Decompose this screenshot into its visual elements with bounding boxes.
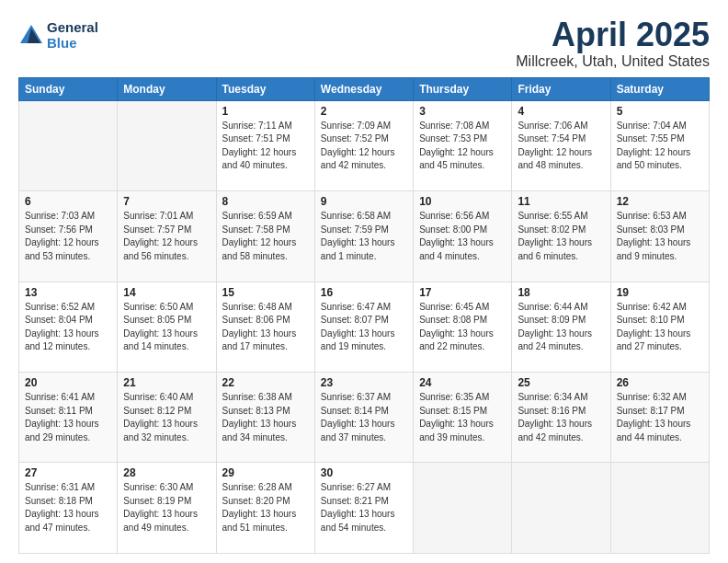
calendar-table: Sunday Monday Tuesday Wednesday Thursday… xyxy=(18,77,710,554)
calendar-cell: 23Sunrise: 6:37 AMSunset: 8:14 PMDayligh… xyxy=(314,373,413,463)
day-info: Sunrise: 6:28 AMSunset: 8:20 PMDaylight:… xyxy=(222,481,309,534)
day-number: 11 xyxy=(518,195,604,208)
logo: General Blue xyxy=(18,20,98,51)
day-info: Sunrise: 6:37 AMSunset: 8:14 PMDaylight:… xyxy=(321,391,407,444)
calendar-cell: 19Sunrise: 6:42 AMSunset: 8:10 PMDayligh… xyxy=(610,282,709,372)
calendar-cell: 21Sunrise: 6:40 AMSunset: 8:12 PMDayligh… xyxy=(118,373,216,463)
day-number: 29 xyxy=(222,466,309,479)
calendar-cell: 18Sunrise: 6:44 AMSunset: 8:09 PMDayligh… xyxy=(512,282,610,372)
col-thursday: Thursday xyxy=(414,77,512,100)
col-wednesday: Wednesday xyxy=(314,77,413,100)
calendar-cell xyxy=(610,463,709,554)
day-number: 8 xyxy=(222,195,309,208)
calendar-week-5: 27Sunrise: 6:31 AMSunset: 8:18 PMDayligh… xyxy=(19,463,710,554)
calendar-cell: 14Sunrise: 6:50 AMSunset: 8:05 PMDayligh… xyxy=(118,282,216,372)
day-info: Sunrise: 6:56 AMSunset: 8:00 PMDaylight:… xyxy=(419,210,506,263)
calendar-week-1: 1Sunrise: 7:11 AMSunset: 7:51 PMDaylight… xyxy=(19,100,710,190)
day-number: 20 xyxy=(25,376,111,389)
col-friday: Friday xyxy=(512,77,610,100)
day-number: 27 xyxy=(25,466,111,479)
day-info: Sunrise: 6:50 AMSunset: 8:05 PMDaylight:… xyxy=(123,301,210,354)
day-info: Sunrise: 7:08 AMSunset: 7:53 PMDaylight:… xyxy=(419,120,506,173)
calendar-cell: 15Sunrise: 6:48 AMSunset: 8:06 PMDayligh… xyxy=(216,282,314,372)
calendar-cell: 9Sunrise: 6:58 AMSunset: 7:59 PMDaylight… xyxy=(314,191,413,282)
day-number: 1 xyxy=(222,105,309,118)
day-info: Sunrise: 7:06 AMSunset: 7:54 PMDaylight:… xyxy=(518,120,604,173)
calendar-week-2: 6Sunrise: 7:03 AMSunset: 7:56 PMDaylight… xyxy=(19,191,710,282)
day-info: Sunrise: 6:31 AMSunset: 8:18 PMDaylight:… xyxy=(25,481,111,534)
day-info: Sunrise: 7:01 AMSunset: 7:57 PMDaylight:… xyxy=(123,210,210,263)
day-number: 26 xyxy=(617,376,703,389)
calendar-cell xyxy=(19,100,118,190)
day-number: 22 xyxy=(222,376,309,389)
day-info: Sunrise: 6:35 AMSunset: 8:15 PMDaylight:… xyxy=(419,391,506,444)
calendar-cell: 5Sunrise: 7:04 AMSunset: 7:55 PMDaylight… xyxy=(610,100,709,190)
calendar-cell: 4Sunrise: 7:06 AMSunset: 7:54 PMDaylight… xyxy=(512,100,610,190)
col-sunday: Sunday xyxy=(19,77,118,100)
day-info: Sunrise: 6:59 AMSunset: 7:58 PMDaylight:… xyxy=(222,210,309,263)
calendar-cell: 30Sunrise: 6:27 AMSunset: 8:21 PMDayligh… xyxy=(314,463,413,554)
day-info: Sunrise: 6:38 AMSunset: 8:13 PMDaylight:… xyxy=(222,391,309,444)
day-number: 30 xyxy=(321,466,407,479)
calendar-cell: 10Sunrise: 6:56 AMSunset: 8:00 PMDayligh… xyxy=(414,191,512,282)
day-info: Sunrise: 6:34 AMSunset: 8:16 PMDaylight:… xyxy=(518,391,604,444)
day-info: Sunrise: 6:45 AMSunset: 8:08 PMDaylight:… xyxy=(419,301,506,354)
calendar-cell: 20Sunrise: 6:41 AMSunset: 8:11 PMDayligh… xyxy=(19,373,118,463)
day-info: Sunrise: 6:41 AMSunset: 8:11 PMDaylight:… xyxy=(25,391,111,444)
calendar-cell: 11Sunrise: 6:55 AMSunset: 8:02 PMDayligh… xyxy=(512,191,610,282)
title-block: April 2025 Millcreek, Utah, United State… xyxy=(516,17,710,70)
header-row: Sunday Monday Tuesday Wednesday Thursday… xyxy=(19,77,710,100)
calendar-cell xyxy=(118,100,216,190)
day-info: Sunrise: 6:53 AMSunset: 8:03 PMDaylight:… xyxy=(617,210,703,263)
day-info: Sunrise: 7:03 AMSunset: 7:56 PMDaylight:… xyxy=(25,210,111,263)
day-info: Sunrise: 7:11 AMSunset: 7:51 PMDaylight:… xyxy=(222,120,309,173)
day-info: Sunrise: 7:04 AMSunset: 7:55 PMDaylight:… xyxy=(617,120,703,173)
day-number: 4 xyxy=(518,105,604,118)
day-info: Sunrise: 6:40 AMSunset: 8:12 PMDaylight:… xyxy=(123,391,210,444)
day-info: Sunrise: 6:30 AMSunset: 8:19 PMDaylight:… xyxy=(123,481,210,534)
calendar-cell: 28Sunrise: 6:30 AMSunset: 8:19 PMDayligh… xyxy=(118,463,216,554)
calendar-header: Sunday Monday Tuesday Wednesday Thursday… xyxy=(19,77,710,100)
day-number: 6 xyxy=(25,195,111,208)
calendar-cell: 24Sunrise: 6:35 AMSunset: 8:15 PMDayligh… xyxy=(414,373,512,463)
calendar-subtitle: Millcreek, Utah, United States xyxy=(516,53,710,70)
day-info: Sunrise: 6:27 AMSunset: 8:21 PMDaylight:… xyxy=(321,481,407,534)
day-number: 16 xyxy=(321,286,407,299)
day-number: 25 xyxy=(518,376,604,389)
calendar-cell: 27Sunrise: 6:31 AMSunset: 8:18 PMDayligh… xyxy=(19,463,118,554)
day-number: 13 xyxy=(25,286,111,299)
calendar-week-4: 20Sunrise: 6:41 AMSunset: 8:11 PMDayligh… xyxy=(19,373,710,463)
calendar-cell: 12Sunrise: 6:53 AMSunset: 8:03 PMDayligh… xyxy=(610,191,709,282)
calendar-cell: 2Sunrise: 7:09 AMSunset: 7:52 PMDaylight… xyxy=(314,100,413,190)
day-info: Sunrise: 7:09 AMSunset: 7:52 PMDaylight:… xyxy=(321,120,407,173)
day-number: 24 xyxy=(419,376,506,389)
day-number: 21 xyxy=(123,376,210,389)
page: General Blue April 2025 Millcreek, Utah,… xyxy=(0,0,728,563)
calendar-cell: 22Sunrise: 6:38 AMSunset: 8:13 PMDayligh… xyxy=(216,373,314,463)
col-monday: Monday xyxy=(118,77,216,100)
calendar-cell: 16Sunrise: 6:47 AMSunset: 8:07 PMDayligh… xyxy=(314,282,413,372)
calendar-cell: 6Sunrise: 7:03 AMSunset: 7:56 PMDaylight… xyxy=(19,191,118,282)
day-number: 3 xyxy=(419,105,506,118)
calendar-cell: 13Sunrise: 6:52 AMSunset: 8:04 PMDayligh… xyxy=(19,282,118,372)
day-info: Sunrise: 6:44 AMSunset: 8:09 PMDaylight:… xyxy=(518,301,604,354)
calendar-cell: 26Sunrise: 6:32 AMSunset: 8:17 PMDayligh… xyxy=(610,373,709,463)
day-number: 23 xyxy=(321,376,407,389)
logo-general-text: General xyxy=(47,20,98,36)
calendar-cell: 7Sunrise: 7:01 AMSunset: 7:57 PMDaylight… xyxy=(118,191,216,282)
calendar-body: 1Sunrise: 7:11 AMSunset: 7:51 PMDaylight… xyxy=(19,100,710,553)
day-number: 18 xyxy=(518,286,604,299)
logo-icon xyxy=(18,23,44,49)
calendar-cell: 25Sunrise: 6:34 AMSunset: 8:16 PMDayligh… xyxy=(512,373,610,463)
col-tuesday: Tuesday xyxy=(216,77,314,100)
day-number: 10 xyxy=(419,195,506,208)
day-number: 15 xyxy=(222,286,309,299)
calendar-cell: 3Sunrise: 7:08 AMSunset: 7:53 PMDaylight… xyxy=(414,100,512,190)
calendar-cell: 29Sunrise: 6:28 AMSunset: 8:20 PMDayligh… xyxy=(216,463,314,554)
day-info: Sunrise: 6:48 AMSunset: 8:06 PMDaylight:… xyxy=(222,301,309,354)
day-number: 28 xyxy=(123,466,210,479)
day-info: Sunrise: 6:47 AMSunset: 8:07 PMDaylight:… xyxy=(321,301,407,354)
logo-text: General Blue xyxy=(47,20,98,51)
day-info: Sunrise: 6:32 AMSunset: 8:17 PMDaylight:… xyxy=(617,391,703,444)
calendar-title: April 2025 xyxy=(516,17,710,53)
